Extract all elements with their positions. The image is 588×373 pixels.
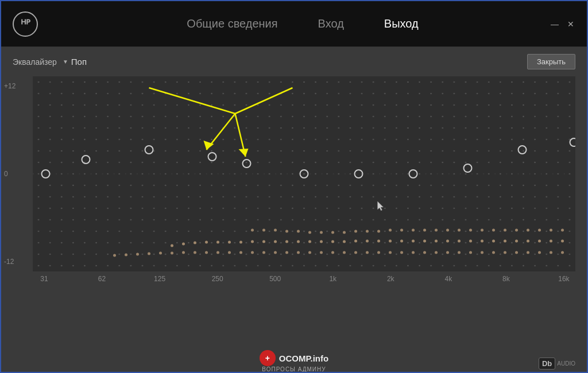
x-label-250: 250 — [209, 275, 226, 283]
svg-point-55 — [446, 240, 449, 243]
svg-point-4 — [262, 229, 265, 232]
svg-point-51 — [400, 240, 403, 243]
svg-point-22 — [469, 229, 472, 232]
svg-point-21 — [458, 229, 461, 232]
x-label-125: 125 — [151, 275, 168, 283]
svg-point-9 — [320, 231, 323, 234]
svg-point-16 — [400, 229, 403, 232]
svg-point-95 — [446, 251, 449, 254]
svg-point-24 — [492, 229, 495, 232]
svg-point-63 — [538, 240, 541, 243]
svg-point-35 — [216, 241, 219, 244]
svg-point-69 — [148, 252, 150, 255]
svg-point-89 — [377, 251, 380, 254]
svg-point-67 — [125, 254, 127, 257]
svg-point-82 — [297, 251, 300, 254]
svg-point-57 — [469, 240, 472, 243]
svg-point-96 — [458, 251, 461, 254]
x-label-4k: 4k — [440, 275, 457, 283]
svg-point-36 — [228, 241, 231, 244]
eq-dropdown[interactable]: ▼ Поп — [63, 57, 87, 67]
eq-node-8khz — [519, 146, 527, 154]
svg-point-84 — [320, 251, 323, 254]
svg-line-110 — [149, 88, 235, 114]
svg-point-66 — [113, 254, 116, 257]
svg-point-90 — [389, 251, 392, 254]
main-content: Эквалайзер ▼ Поп Закрыть +12 0 -12 — [1, 47, 587, 373]
svg-point-98 — [481, 251, 483, 254]
svg-point-100 — [504, 251, 506, 254]
svg-point-28 — [538, 229, 541, 232]
tab-general[interactable]: Общие сведения — [184, 14, 280, 33]
x-label-500: 500 — [266, 275, 284, 283]
eq-node-250hz — [208, 153, 216, 161]
svg-point-80 — [274, 251, 277, 254]
svg-point-78 — [251, 251, 254, 254]
svg-point-68 — [136, 253, 139, 256]
svg-point-46 — [343, 240, 346, 243]
hp-logo: ᴴᴾ — [13, 11, 38, 37]
dolby-text: AUDIO — [557, 360, 575, 367]
eq-label: Эквалайзер — [13, 57, 57, 67]
svg-point-17 — [412, 229, 415, 232]
svg-point-5 — [274, 229, 277, 232]
dolby-badge: Db AUDIO — [539, 358, 575, 370]
svg-point-43 — [308, 240, 311, 243]
cursor-indicator — [378, 201, 384, 211]
svg-line-111 — [235, 88, 293, 114]
eq-node-62hz — [82, 156, 90, 164]
svg-point-30 — [561, 229, 564, 232]
tab-input[interactable]: Вход — [315, 14, 347, 33]
svg-point-87 — [354, 251, 357, 254]
svg-point-60 — [504, 240, 506, 243]
svg-point-76 — [228, 251, 231, 254]
svg-point-71 — [171, 252, 173, 255]
dropdown-arrow: ▼ — [63, 59, 68, 65]
svg-marker-109 — [239, 149, 249, 157]
close-eq-button[interactable]: Закрыть — [527, 54, 575, 69]
svg-point-52 — [412, 240, 415, 243]
y-label-plus12: +12 — [4, 82, 16, 90]
titlebar: ᴴᴾ Общие сведения Вход Выход — ✕ — [1, 1, 587, 47]
minimize-button[interactable]: — — [550, 20, 559, 29]
eq-node-2khz — [409, 170, 417, 178]
arrow-1 — [204, 114, 235, 150]
svg-point-104 — [550, 251, 552, 254]
eq-node-1khz — [355, 170, 363, 178]
svg-point-42 — [297, 240, 300, 243]
svg-point-79 — [262, 251, 265, 254]
svg-point-25 — [504, 229, 506, 232]
eq-node-16khz — [570, 138, 576, 146]
eq-node-500hz — [300, 170, 308, 178]
arrow-shaft — [149, 88, 293, 114]
close-window-button[interactable]: ✕ — [566, 20, 575, 29]
svg-point-53 — [423, 240, 426, 243]
tab-output[interactable]: Выход — [381, 14, 421, 33]
svg-point-101 — [515, 251, 518, 254]
svg-point-32 — [182, 243, 185, 246]
svg-point-65 — [561, 240, 564, 243]
svg-point-94 — [435, 251, 438, 254]
nav-tabs: Общие сведения Вход Выход — [55, 14, 550, 33]
svg-point-75 — [216, 251, 219, 254]
svg-point-23 — [481, 229, 483, 232]
svg-point-83 — [308, 251, 311, 254]
svg-point-14 — [377, 230, 380, 233]
svg-point-85 — [331, 251, 334, 254]
dolby-logo: Db — [539, 358, 555, 370]
svg-point-56 — [458, 240, 461, 243]
svg-point-48 — [366, 240, 369, 243]
svg-point-77 — [239, 251, 242, 254]
eq-node-350hz — [243, 160, 251, 168]
svg-point-93 — [423, 251, 426, 254]
watermark-sub: ВОПРОСЫ АДМИНУ — [262, 366, 326, 372]
svg-point-61 — [515, 240, 518, 243]
svg-point-103 — [538, 251, 541, 254]
svg-point-38 — [251, 240, 254, 243]
svg-point-15 — [389, 229, 392, 232]
x-label-8k: 8k — [497, 275, 514, 283]
svg-point-3 — [251, 229, 254, 232]
eq-toolbar: Эквалайзер ▼ Поп Закрыть — [1, 47, 587, 76]
x-axis: 31 62 125 250 500 1k 2k 4k 8k 16k — [33, 275, 575, 283]
svg-point-59 — [492, 240, 495, 243]
